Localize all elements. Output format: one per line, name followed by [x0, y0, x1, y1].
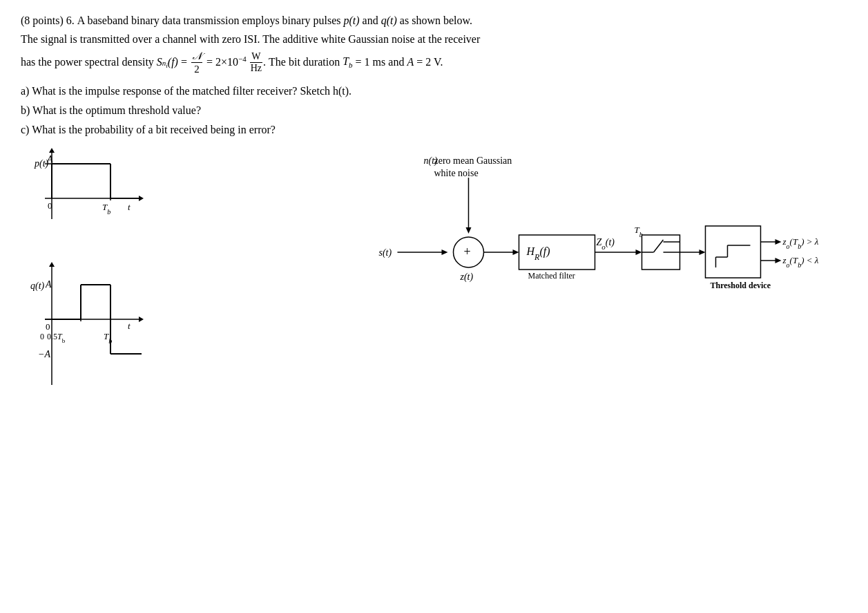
plots-area: p(t) A 0 Tb t [21, 143, 159, 402]
st-arrow [442, 249, 448, 255]
qt-x-arrow [139, 317, 144, 322]
fraction-n2: 𝒩 2 [191, 50, 202, 75]
problem-number: 6. [66, 12, 75, 30]
pt-Tb-label: Tb [102, 202, 110, 216]
noise-arrow [466, 227, 472, 234]
sni-arg: (f) [168, 54, 178, 71]
line3a: has the power spectral density [21, 54, 154, 71]
qt-0-label: 0 [46, 321, 50, 332]
threshold-box [706, 226, 761, 278]
mf-to-sampler-arrow [636, 249, 642, 255]
equals-sign: = [181, 54, 187, 71]
and-label: and [363, 12, 378, 30]
part-a: a) What is the impulse response of the m… [21, 85, 847, 97]
qt-zero2-label: 0 [40, 332, 44, 341]
st-label: s(t) [379, 247, 392, 258]
qt-t-label: t [128, 321, 131, 331]
sni-sub: ni [162, 57, 168, 71]
zot-label: Zo(t) [597, 237, 615, 251]
part-c: c) What is the probability of a bit rece… [21, 124, 847, 136]
part-b: b) What is the optimum threshold value? [21, 104, 847, 117]
eq1ms: = 1 ms and [356, 54, 405, 71]
sampler-to-thresh-arrow [700, 249, 706, 255]
w-unit: W [250, 51, 262, 62]
qt-A-label: A [45, 279, 52, 290]
upper-output-text: zo(Tb) > λ [782, 236, 819, 250]
pt-A-label: A [46, 154, 53, 164]
description1: A baseband binary data transmission empl… [77, 12, 341, 30]
block-diagram: n(t) zero mean Gaussian white noise s(t)… [173, 143, 847, 364]
qt-halfTb-label: 0.5Tb [47, 332, 66, 344]
threshold-label: Threshold device [711, 281, 771, 290]
adder-to-mf-arrow [513, 249, 519, 255]
qt-svg: q(t) A −A 0 0 0.5Tb Tb t [21, 257, 159, 395]
fraction-numer: 𝒩 [191, 50, 202, 63]
diagram-area: p(t) A 0 Tb t [21, 143, 847, 402]
upper-output-arrow [775, 239, 782, 245]
qt-plot: q(t) A −A 0 0 0.5Tb Tb t [21, 257, 159, 395]
qt-minusA-label: −A [38, 349, 50, 359]
equals2: = 2×10−4 [206, 53, 247, 71]
block-diagram-svg: n(t) zero mean Gaussian white noise s(t)… [173, 143, 847, 364]
sni-formula: Sni(f) [157, 54, 178, 71]
points-label: (8 points) [21, 12, 64, 30]
line3: has the power spectral density Sni(f) = … [21, 50, 847, 75]
eq2V: = 2 V. [416, 54, 443, 71]
pt-svg: p(t) A 0 Tb t [21, 143, 159, 250]
pt-0-label: 0 [48, 200, 52, 211]
fraction-denom: 2 [193, 63, 201, 75]
pt-t-label: t [128, 202, 131, 212]
line1: (8 points) 6. A baseband binary data tra… [21, 12, 847, 30]
qt-ylabel: q(t) [30, 281, 45, 292]
lower-output-text: zo(Tb) < λ [782, 255, 819, 269]
noise-label: zero mean Gaussian [434, 155, 512, 166]
A-label: A [407, 54, 414, 71]
adder-plus: + [464, 245, 471, 258]
units-whz: W Hz . [249, 51, 266, 73]
as-shown-label: as shown below. [400, 12, 472, 30]
Tb-label: Tb [343, 53, 352, 71]
problem-statement: (8 points) 6. A baseband binary data tra… [21, 12, 847, 75]
matched-filter-text: Matched filter [528, 271, 575, 281]
hz-unit: Hz [249, 63, 263, 73]
qt-label: q(t) [381, 12, 397, 30]
lower-output-arrow [775, 258, 782, 263]
noise-label2: white noise [434, 168, 479, 178]
line2: The signal is transmitted over a channel… [21, 31, 847, 48]
pt-plot: p(t) A 0 Tb t [21, 143, 159, 250]
line2a: The signal is transmitted over a channel… [21, 31, 480, 48]
b-sub: b [349, 61, 353, 69]
bit-duration-text: The bit duration [269, 54, 340, 71]
pt-label: p(t) [344, 12, 360, 30]
zt-label: z(t) [460, 272, 474, 283]
qt-y-arrow [49, 262, 55, 267]
period: . [263, 54, 266, 71]
y-arrow [49, 148, 55, 153]
sni-s: S [157, 54, 162, 71]
